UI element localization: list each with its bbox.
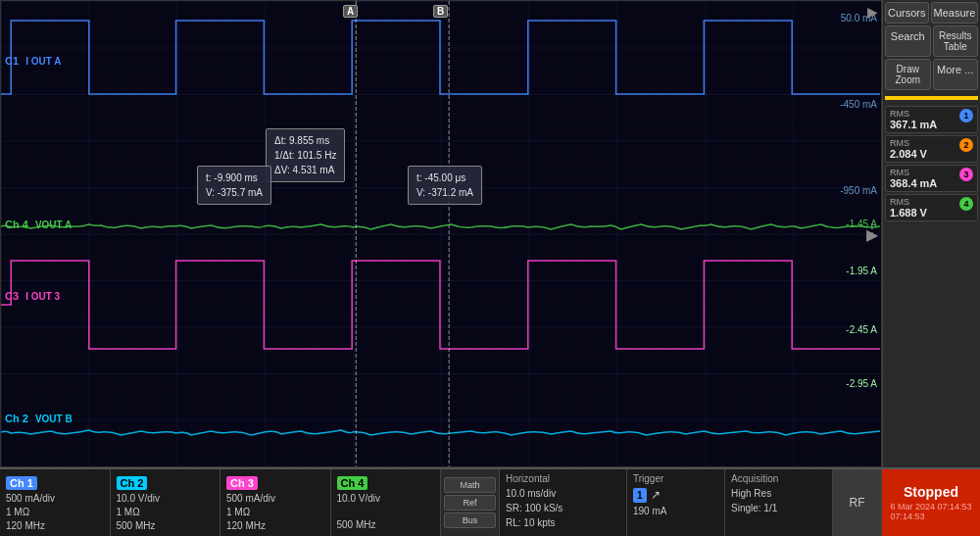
draw-zoom-button[interactable]: Draw Zoom — [885, 59, 931, 90]
grid-and-waveforms — [1, 1, 881, 466]
ch2-info[interactable]: Ch 2 10.0 V/div 1 MΩ 500 MHz — [111, 469, 221, 536]
horizontal-title: Horizontal — [506, 473, 620, 484]
scale-label-c3-2: -2.45 A — [846, 324, 877, 335]
main-area: A B Δt: 9.855 ms 1/Δt: 101.5 Hz ΔV: 4.53… — [0, 0, 980, 467]
trigger-channel-badge: 1 — [633, 488, 647, 503]
cursor-right-v: V: -371.2 mA — [416, 185, 473, 200]
bottom-bar: Ch 1 500 mA/div 1 MΩ 120 MHz Ch 2 10.0 V… — [0, 467, 980, 536]
cursor-marker-a: A — [343, 5, 358, 18]
meas-1-num: 1 — [959, 109, 973, 122]
ch3-bottom-title: Ch 3 — [226, 476, 258, 490]
right-panel-top: Cursors Measure Search Results Table Dra… — [883, 0, 980, 92]
measurements-panel: 1 RMS 367.1 mA 2 RMS 2.084 V 3 RMS 368.4… — [883, 104, 980, 467]
ch1-info[interactable]: Ch 1 500 mA/div 1 MΩ 120 MHz — [0, 469, 111, 536]
ch1-bottom-title: Ch 1 — [6, 476, 37, 490]
cursor-right-tooltip: t: -45.00 μs V: -371.2 mA — [408, 166, 482, 205]
rf-button[interactable]: RF — [833, 469, 882, 536]
btn-group-middle: Search Results Table — [885, 25, 978, 57]
cursor-inv-delta-t: 1/Δt: 101.5 Hz — [274, 148, 336, 163]
ch2-bottom-title: Ch 2 — [117, 476, 148, 490]
right-panel: Cursors Measure Search Results Table Dra… — [882, 0, 980, 467]
cursor-main-tooltip: Δt: 9.855 ms 1/Δt: 101.5 Hz ΔV: 4.531 mA — [266, 128, 345, 182]
trigger-detail: 1 ↗ 190 mA — [633, 486, 718, 518]
meas-3-num: 3 — [959, 168, 973, 181]
meas-4-num: 4 — [959, 197, 973, 211]
acquisition-detail: High Res Single: 1/1 — [731, 486, 826, 515]
search-button[interactable]: Search — [885, 25, 931, 57]
bus-button[interactable]: Bus — [444, 512, 496, 528]
ch1-bottom-detail: 500 mA/div 1 MΩ 120 MHz — [6, 492, 104, 533]
cursor-right-t: t: -45.00 μs — [416, 171, 473, 185]
more-button[interactable]: More ... — [933, 59, 979, 90]
trigger-slope-icon: ↗ — [651, 486, 661, 504]
meas-4: 4 RMS 1.688 V — [885, 194, 978, 221]
meas-2-num: 2 — [959, 138, 973, 152]
ch3-bottom-detail: 500 mA/div 1 MΩ 120 MHz — [226, 492, 324, 533]
ch2-bottom-detail: 10.0 V/div 1 MΩ 500 MHz — [117, 492, 215, 533]
scale-label-c3-3: -2.95 A — [846, 378, 877, 389]
ch1-label: C1 I OUT A — [5, 55, 61, 67]
channel-options-dots[interactable]: ⋮ — [866, 221, 878, 235]
scale-label-c3-1: -1.95 A — [846, 266, 877, 276]
cursor-delta-v: ΔV: 4.531 mA — [274, 163, 336, 177]
ref-button[interactable]: Ref — [444, 495, 496, 511]
scale-label-mid1: -450 mA — [840, 99, 877, 110]
ch4-bottom-detail: 10.0 V/div 500 MHz — [337, 492, 435, 532]
meas-1: 1 RMS 367.1 mA — [885, 106, 978, 133]
acquisition-title: Acquisition — [731, 473, 826, 484]
ch3-label: C3 I OUT 3 — [5, 290, 60, 302]
horizontal-info[interactable]: Horizontal 10.0 ms/div SR: 100 kS/s RL: … — [500, 469, 627, 536]
btn-group-bottom: Draw Zoom More ... — [885, 59, 978, 90]
meas-3: 3 RMS 368.4 mA — [885, 165, 978, 192]
channel-1-indicator — [885, 96, 978, 100]
cursor-delta-t: Δt: 9.855 ms — [274, 133, 336, 148]
results-table-button[interactable]: Results Table — [933, 25, 979, 57]
cursor-left-v: V: -375.7 mA — [206, 185, 263, 200]
stopped-label: Stopped — [904, 484, 958, 500]
math-ref-bus: Math Ref Bus — [441, 469, 500, 536]
measure-button[interactable]: Measure — [931, 2, 979, 24]
cursors-button[interactable]: Cursors — [885, 2, 929, 24]
stopped-button[interactable]: Stopped 6 Mar 2024 07:14:53 07:14:53 — [882, 469, 980, 536]
trigger-info[interactable]: Trigger 1 ↗ 190 mA — [627, 469, 725, 536]
nav-arrow-top[interactable]: ▶ — [867, 4, 878, 20]
cursor-left-tooltip: t: -9.900 ms V: -375.7 mA — [197, 166, 271, 205]
ch4-info[interactable]: Ch 4 10.0 V/div 500 MHz — [331, 469, 442, 536]
scale-label-mid2: -950 mA — [840, 185, 877, 196]
horizontal-detail: 10.0 ms/div SR: 100 kS/s RL: 10 kpts — [506, 486, 620, 530]
svg-rect-2 — [1, 1, 881, 466]
scope-screen: A B Δt: 9.855 ms 1/Δt: 101.5 Hz ΔV: 4.53… — [0, 0, 882, 467]
ch2-label: Ch 2 VOUT B — [5, 413, 73, 424]
meas-2: 2 RMS 2.084 V — [885, 135, 978, 163]
stopped-datetime: 6 Mar 2024 07:14:53 07:14:53 — [890, 502, 971, 521]
btn-group-top: Cursors Measure — [885, 2, 978, 24]
ch4-bottom-title: Ch 4 — [337, 476, 368, 490]
trigger-title: Trigger — [633, 473, 718, 484]
ch4-label: Ch 4 VOUT A — [5, 219, 72, 230]
math-button[interactable]: Math — [444, 477, 496, 493]
cursor-left-t: t: -9.900 ms — [206, 171, 263, 185]
cursor-marker-b: B — [433, 5, 448, 18]
ch3-info[interactable]: Ch 3 500 mA/div 1 MΩ 120 MHz — [220, 469, 331, 536]
acquisition-info[interactable]: Acquisition High Res Single: 1/1 — [725, 469, 833, 536]
